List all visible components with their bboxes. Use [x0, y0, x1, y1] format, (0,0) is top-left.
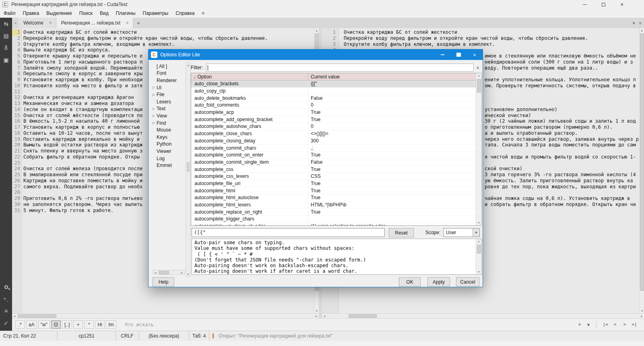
- search-nav-button[interactable]: <: [610, 322, 620, 327]
- tab-list-menu-icon[interactable]: ≡: [639, 21, 642, 25]
- category-item[interactable]: Log: [153, 155, 185, 162]
- option-row[interactable]: autocomplete_cssTrue: [191, 166, 476, 173]
- scroll-up-icon[interactable]: ▴: [640, 28, 644, 33]
- option-row[interactable]: auto_fold_comments0: [191, 102, 476, 109]
- category-item[interactable]: Viewer: [153, 148, 185, 155]
- tab-scroll-left-icon[interactable]: ◂: [12, 18, 19, 28]
- category-item[interactable]: Emmet: [153, 162, 185, 169]
- search-nav-button[interactable]: >|: [630, 322, 639, 327]
- search-option-button[interactable]: .*: [15, 320, 25, 329]
- search-option-button[interactable]: "w": [38, 320, 50, 329]
- maximize-button[interactable]: [594, 0, 613, 9]
- folder-icon[interactable]: ▣: [0, 54, 12, 66]
- category-item[interactable]: Keys: [153, 134, 185, 141]
- category-item[interactable]: ▷Text: [153, 105, 185, 113]
- dialog-title-bar[interactable]: C Options Editor Lite ×: [149, 49, 483, 60]
- option-row[interactable]: autocomplete_css_lexersCSS: [191, 173, 476, 180]
- search-input[interactable]: Что искать: [125, 320, 576, 329]
- category-horizontal-scrollbar[interactable]: ◂ ▸: [153, 270, 185, 275]
- option-row[interactable]: auto_close_brackets([{": [191, 80, 476, 88]
- console-icon[interactable]: >_: [0, 293, 12, 305]
- dialog-close-button[interactable]: ×: [466, 49, 483, 60]
- option-row[interactable]: autocomplete_closing_delay300: [191, 138, 476, 145]
- column-header-value[interactable]: Current value: [308, 73, 481, 80]
- category-scrollbar[interactable]: ▴ ▾: [186, 62, 191, 277]
- menu-item[interactable]: Плагины: [112, 9, 139, 18]
- option-row[interactable]: autocomplete_up_down_at_edge(1) wrap sel…: [191, 223, 476, 225]
- search-option-button[interactable]: aA: [26, 320, 37, 329]
- category-item[interactable]: Lexers: [153, 98, 185, 105]
- search-icon[interactable]: [0, 281, 12, 293]
- scroll-thumb[interactable]: [640, 33, 644, 291]
- option-row[interactable]: autocomplete_replace_on_rightTrue: [191, 208, 476, 216]
- option-row[interactable]: auto_copy_clp: [191, 88, 476, 95]
- menu-item[interactable]: Правка: [19, 9, 43, 18]
- option-row[interactable]: autocomplete_file_uriTrue: [191, 180, 476, 187]
- menu-item[interactable]: Файл: [0, 9, 19, 18]
- category-item[interactable]: [ All ]: [153, 63, 185, 70]
- option-row[interactable]: autocomplete_autoshow_chars0: [191, 123, 476, 130]
- option-row[interactable]: autocomplete_acpTrue: [191, 109, 476, 116]
- category-item[interactable]: ▷File: [153, 91, 185, 98]
- filter-input[interactable]: [206, 64, 474, 72]
- status-line-endings[interactable]: CRLF: [116, 331, 139, 341]
- help-button[interactable]: Help: [153, 277, 174, 286]
- option-row[interactable]: auto_delete_bookmarksFalse: [191, 95, 476, 102]
- option-row[interactable]: autocomplete_commit_chars,;: [191, 144, 476, 152]
- close-button[interactable]: ×: [613, 0, 631, 9]
- tab-close-icon[interactable]: ×: [49, 20, 52, 26]
- scroll-down-icon[interactable]: ▾: [476, 270, 481, 274]
- horizontal-scrollbar-right[interactable]: ◂ ▸: [322, 313, 644, 318]
- menu-item[interactable]: Параметры: [139, 9, 172, 18]
- search-option-button[interactable]: Hi: [95, 320, 105, 329]
- reset-button[interactable]: Reset: [389, 228, 414, 237]
- option-row[interactable]: autocomplete_trigger_chars: [191, 216, 476, 223]
- chevron-down-icon[interactable]: ▾: [585, 322, 592, 327]
- vertical-scrollbar-right[interactable]: ▴ ▾: [639, 28, 644, 313]
- scope-dropdown[interactable]: User ▾: [443, 228, 480, 237]
- status-encoding[interactable]: cp1251: [58, 331, 116, 341]
- category-item[interactable]: ▷Find: [153, 119, 185, 127]
- cancel-button[interactable]: Cancel: [456, 277, 479, 286]
- apply-button[interactable]: Apply: [427, 277, 450, 286]
- menu-item[interactable]: Вид: [96, 9, 112, 18]
- option-row[interactable]: autocomplete_commit_single_itemFalse: [191, 159, 476, 166]
- tab-active[interactable]: Регенерация ... гейзера.txt×: [56, 18, 133, 28]
- chevron-down-icon[interactable]: ▾: [473, 229, 479, 237]
- tab[interactable]: Welcome×: [19, 18, 56, 28]
- ok-button[interactable]: OK: [399, 277, 421, 286]
- category-item[interactable]: Renderer: [153, 77, 185, 84]
- search-option-button[interactable]: [..]: [62, 320, 72, 329]
- category-item[interactable]: Mouse: [153, 126, 185, 134]
- scroll-down-icon[interactable]: ▾: [640, 309, 644, 313]
- category-item[interactable]: Font: [153, 70, 185, 77]
- option-row[interactable]: autocomplete_html_autocloseTrue: [191, 194, 476, 202]
- category-item[interactable]: ▷View: [153, 112, 185, 119]
- menu-item[interactable]: =: [198, 9, 208, 18]
- dialog-minimize-button[interactable]: [434, 49, 450, 60]
- scroll-thumb[interactable]: [159, 271, 169, 274]
- option-row[interactable]: autocomplete_add_opening_bracketTrue: [191, 116, 476, 123]
- delta-snippets-icon[interactable]: δ: [0, 42, 12, 54]
- horizontal-scrollbar-left[interactable]: ◂ ▸: [12, 313, 319, 318]
- option-row[interactable]: autocomplete_commit_on_enterTrue: [191, 152, 476, 159]
- status-lexer[interactable]: (Без лексера): [139, 331, 189, 341]
- scroll-up-icon[interactable]: ▴: [476, 73, 481, 78]
- description-scrollbar[interactable]: ▴ ▾: [476, 239, 481, 274]
- grid-scrollbar[interactable]: ▴ ▾: [476, 73, 481, 225]
- tree-panel-icon[interactable]: ▤: [0, 30, 12, 42]
- scroll-right-icon[interactable]: ▸: [180, 270, 184, 275]
- sidebar-toggle-icon[interactable]: ⇆: [0, 18, 12, 30]
- column-header-option[interactable]: ↓ Option: [191, 74, 308, 80]
- category-item[interactable]: Python: [153, 141, 185, 148]
- search-nav-button[interactable]: >: [620, 322, 630, 327]
- status-tab-size[interactable]: Таб: 4: [189, 331, 209, 341]
- search-option-button[interactable]: O: [51, 320, 61, 329]
- scroll-up-icon[interactable]: ▴: [186, 63, 190, 67]
- option-row[interactable]: autocomplete_html_lexersHTML.*|\bPHP\b: [191, 202, 476, 209]
- option-row[interactable]: autocomplete_htmlTrue: [191, 187, 476, 194]
- search-option-button[interactable]: +: [73, 320, 83, 329]
- minimize-button[interactable]: [576, 0, 594, 9]
- value-input[interactable]: ([{": [192, 228, 385, 237]
- scroll-thumb[interactable]: [477, 79, 481, 93]
